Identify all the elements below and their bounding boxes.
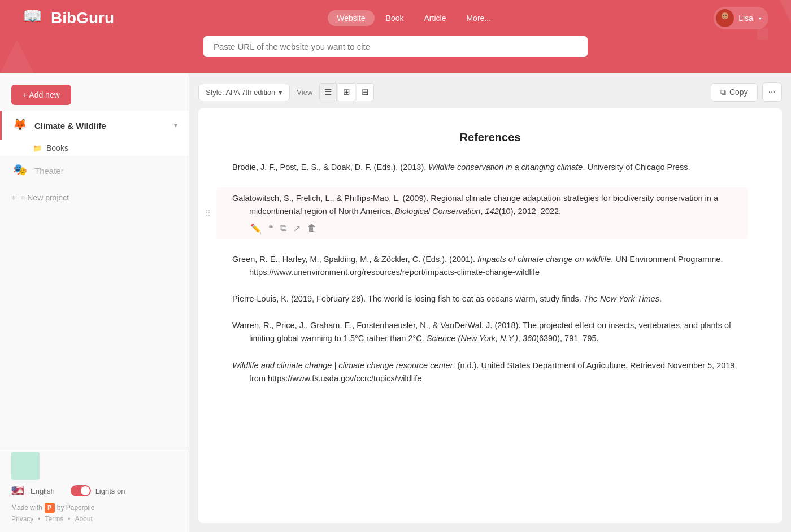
copy-icon: ⧉ <box>720 88 726 97</box>
table-row: Wildlife and climate change | climate ch… <box>232 359 748 385</box>
sidebar-item-theater[interactable]: 🎭 Theater <box>0 156 189 185</box>
open-ref-button[interactable]: ↗ <box>292 222 302 235</box>
style-chevron-icon: ▾ <box>279 88 282 97</box>
copy-button[interactable]: ⧉ Copy <box>711 83 758 102</box>
folder-icon: 📁 <box>33 144 42 152</box>
copy-label: Copy <box>729 88 748 97</box>
made-with-text: Made with <box>11 504 42 512</box>
sidebar-projects: 🦊 Climate & Wildlife ▾ 📁 Books 🎭 Theater… <box>0 111 189 448</box>
add-new-button[interactable]: + Add new <box>11 85 71 105</box>
tab-book[interactable]: Book <box>377 10 413 26</box>
sidebar-subitem-books[interactable]: 📁 Books <box>0 140 189 156</box>
toolbar-right: ⧉ Copy ··· <box>711 82 782 102</box>
more-options-button[interactable]: ··· <box>762 82 782 102</box>
search-input[interactable] <box>203 36 588 57</box>
toolbar-left: Style: APA 7th edition ▾ View ☰ ⊞ ⊟ <box>198 83 374 101</box>
footer-links: Privacy • Terms • About <box>11 515 177 523</box>
project-emoji-theater: 🎭 <box>13 163 29 178</box>
terms-link[interactable]: Terms <box>45 515 64 523</box>
new-project-label: + New project <box>20 193 69 202</box>
ref-action-bar: ✏️ ❝ ⧉ ↗ 🗑 <box>232 222 746 235</box>
view-detail-button[interactable]: ⊟ <box>357 83 374 101</box>
chevron-down-icon: ▾ <box>174 121 177 129</box>
made-with: Made with P by Paperpile <box>11 503 177 513</box>
tab-website[interactable]: Website <box>328 10 374 26</box>
content-area: Style: APA 7th edition ▾ View ☰ ⊞ ⊟ ⧉ Co… <box>189 73 791 532</box>
language-row: 🇺🇸 English Lights on <box>11 485 177 497</box>
project-emoji-climate: 🦊 <box>13 117 29 133</box>
view-buttons: ☰ ⊞ ⊟ <box>319 83 374 101</box>
ref-text-6: Wildlife and climate change | climate ch… <box>232 359 748 385</box>
plus-icon: + <box>11 193 16 202</box>
sidebar-top: + Add new <box>0 73 189 111</box>
search-row <box>0 29 791 57</box>
ref-text-2: Galatowitsch, S., Frelich, L., & Phillip… <box>232 192 746 218</box>
search-container <box>203 36 588 57</box>
about-link[interactable]: About <box>75 515 92 523</box>
bibguru-logo-icon: 📖 <box>23 7 45 29</box>
svg-marker-2 <box>0 40 34 73</box>
tab-article[interactable]: Article <box>415 10 455 26</box>
toolbar: Style: APA 7th edition ▾ View ☰ ⊞ ⊟ ⧉ Co… <box>198 82 782 102</box>
by-paperpile-text: by Paperpile <box>57 504 95 512</box>
svg-marker-0 <box>780 0 791 23</box>
avatar <box>716 9 734 27</box>
copy-ref-button[interactable]: ⧉ <box>279 222 288 235</box>
svg-point-5 <box>723 15 724 16</box>
table-row: ⠿ Galatowitsch, S., Frelich, L., & Phill… <box>216 187 748 239</box>
lights-toggle[interactable] <box>71 485 91 496</box>
sidebar-footer: 🇺🇸 English Lights on Made with P by Pape… <box>0 448 189 532</box>
table-row: Green, R. E., Harley, M., Spalding, M., … <box>232 253 748 279</box>
header: 📖 BibGuru Website Book Article More... <box>0 0 791 73</box>
ref-text-4: Pierre-Louis, K. (2019, February 28). Th… <box>232 293 748 306</box>
ref-text-5: Warren, R., Price, J., Graham, E., Forst… <box>232 319 748 345</box>
logo-text: BibGuru <box>51 9 114 27</box>
tab-more[interactable]: More... <box>457 10 500 26</box>
references-panel: References Brodie, J. F., Post, E. S., &… <box>198 108 782 523</box>
delete-ref-button[interactable]: 🗑 <box>306 222 318 235</box>
edit-ref-button[interactable]: ✏️ <box>249 222 263 235</box>
ref-text-1: Brodie, J. F., Post, E. S., & Doak, D. F… <box>232 161 748 174</box>
privacy-link[interactable]: Privacy <box>11 515 33 523</box>
table-row: Brodie, J. F., Post, E. S., & Doak, D. F… <box>232 161 748 174</box>
paperpile-logo-icon: P <box>45 503 55 513</box>
sidebar-item-climate-wildlife[interactable]: 🦊 Climate & Wildlife ▾ <box>0 111 189 140</box>
ref-text-3: Green, R. E., Harley, M., Spalding, M., … <box>232 253 748 279</box>
drag-handle-icon[interactable]: ⠿ <box>205 207 211 220</box>
references-title: References <box>232 131 748 144</box>
subitem-books-label: Books <box>46 143 68 152</box>
project-name-climate: Climate & Wildlife <box>34 121 174 130</box>
us-flag-icon: 🇺🇸 <box>11 485 24 497</box>
logo-area: 📖 BibGuru <box>23 7 114 29</box>
sidebar: + Add new 🦊 Climate & Wildlife ▾ 📁 Books… <box>0 73 189 532</box>
svg-point-6 <box>725 15 727 16</box>
nav-tabs: Website Book Article More... <box>328 10 500 26</box>
svg-rect-1 <box>757 28 768 40</box>
new-project-button[interactable]: + + New project <box>0 185 189 210</box>
table-row: Warren, R., Price, J., Graham, E., Forst… <box>232 319 748 345</box>
style-label: Style: APA 7th edition <box>206 88 275 97</box>
main-layout: + Add new 🦊 Climate & Wildlife ▾ 📁 Books… <box>0 73 791 532</box>
lights-label: Lights on <box>95 487 125 495</box>
language-label: English <box>31 487 55 495</box>
table-row: Pierre-Louis, K. (2019, February 28). Th… <box>232 293 748 306</box>
quote-ref-button[interactable]: ❝ <box>267 222 275 235</box>
view-list-button[interactable]: ☰ <box>319 83 337 101</box>
style-selector[interactable]: Style: APA 7th edition ▾ <box>198 84 290 101</box>
view-compact-button[interactable]: ⊞ <box>338 83 355 101</box>
view-label: View <box>297 88 312 97</box>
header-top: 📖 BibGuru Website Book Article More... <box>0 0 791 29</box>
project-name-theater: Theater <box>34 166 177 176</box>
